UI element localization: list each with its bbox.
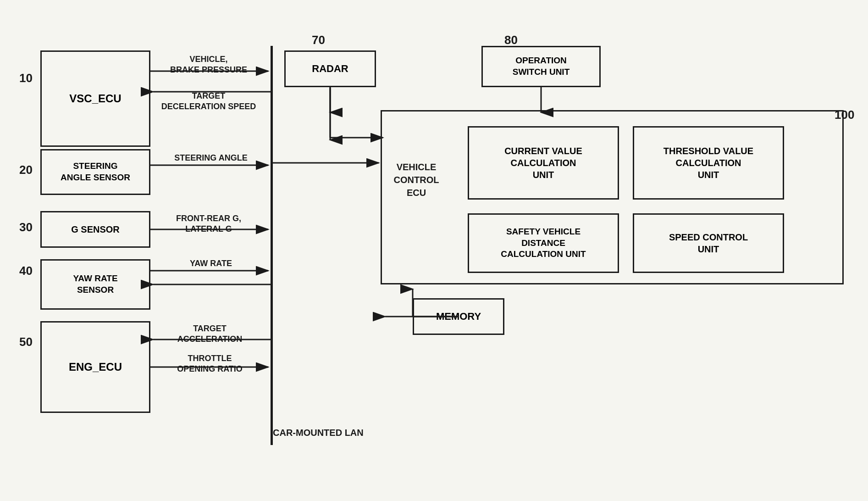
target-accel-label: TARGETACCELERATION — [156, 323, 264, 345]
ref-50: 50 — [19, 335, 33, 349]
speed-control-box: SPEED CONTROLUNIT — [633, 213, 784, 273]
target-decel-label: TARGETDECELERATION SPEED — [154, 91, 264, 112]
vehicle-brake-label: VEHICLE,BRAKE PRESSURE — [156, 54, 261, 76]
threshold-value-box: THRESHOLD VALUECALCULATIONUNIT — [633, 126, 784, 200]
ref-10: 10 — [19, 71, 33, 85]
ref-20: 20 — [19, 163, 33, 177]
throttle-label: THROTTLEOPENING RATIO — [156, 353, 264, 375]
yaw-rate-label: YAW RATE — [165, 258, 257, 269]
yaw-rate-sensor-box: YAW RATESENSOR — [40, 259, 150, 310]
ref-80: 80 — [504, 33, 518, 47]
diagram-container: 10 20 30 40 50 70 80 90 100 VSC_ECU STEE… — [0, 0, 868, 501]
vsc-ecu-box: VSC_ECU — [40, 50, 150, 147]
operation-switch-box: OPERATIONSWITCH UNIT — [481, 46, 601, 87]
steering-sensor-box: STEERINGANGLE SENSOR — [40, 149, 150, 195]
steering-angle-label: STEERING ANGLE — [160, 153, 261, 163]
front-rear-g-label: FRONT-REAR G,LATERAL G — [156, 213, 261, 235]
memory-box: MEMORY — [413, 298, 504, 335]
eng-ecu-box: ENG_ECU — [40, 321, 150, 413]
ref-70: 70 — [312, 33, 325, 47]
current-value-box: CURRENT VALUECALCULATIONUNIT — [468, 126, 619, 200]
ref-40: 40 — [19, 264, 33, 278]
car-mounted-lan-label: CAR-MOUNTED LAN — [273, 427, 364, 439]
safety-vehicle-box: SAFETY VEHICLEDISTANCECALCULATION UNIT — [468, 213, 619, 273]
g-sensor-box: G SENSOR — [40, 211, 150, 248]
ref-30: 30 — [19, 220, 33, 234]
vehicle-control-ecu-label: VEHICLECONTROLECU — [384, 161, 448, 199]
radar-box: RADAR — [284, 50, 376, 87]
lan-vertical-line — [271, 46, 273, 445]
